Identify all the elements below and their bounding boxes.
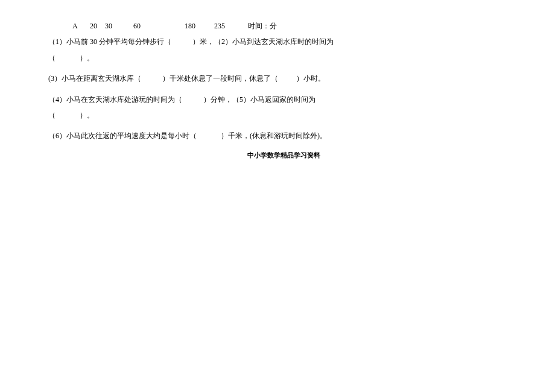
q1b-open: （ bbox=[48, 54, 56, 62]
axis-line: A 20 30 60 180 235 时间：分 bbox=[48, 18, 519, 34]
axis-unit: 时间：分 bbox=[248, 22, 277, 30]
question-1-line1: （1）小马前 30 分钟平均每分钟步行（）米，（2）小马到达玄天湖水库时的时间为 bbox=[48, 34, 519, 49]
q3-a: (3）小马在距离玄天湖水库（ bbox=[48, 74, 141, 83]
q6-b: ）千米，(休息和游玩时间除外)。 bbox=[221, 131, 327, 140]
q4b-close: ）。 bbox=[80, 111, 94, 119]
question-3: (3）小马在距离玄天湖水库（）千米处休息了一段时间，休息了（）小时。 bbox=[48, 71, 519, 86]
q3-b: ）千米处休息了一段时间，休息了（ bbox=[162, 74, 278, 83]
question-4-line2: （）。 bbox=[48, 107, 519, 123]
axis-label-a: A bbox=[72, 22, 77, 30]
footer-text: 中小学数学精品学习资料 bbox=[48, 148, 519, 162]
document-content: A 20 30 60 180 235 时间：分 （1）小马前 30 分钟平均每分… bbox=[0, 0, 555, 162]
q4b-open: （ bbox=[48, 111, 56, 119]
axis-val-2: 30 bbox=[105, 22, 112, 30]
q1-after1: ）米，（2）小马到达玄天湖水库时的时间为 bbox=[192, 37, 334, 46]
q1b-close: ）。 bbox=[80, 54, 94, 62]
q4-a: （4）小马在玄天湖水库处游玩的时间为（ bbox=[48, 95, 182, 104]
axis-val-1: 20 bbox=[90, 22, 97, 30]
q6-a: （6）小马此次往返的平均速度大约是每小时（ bbox=[48, 131, 197, 140]
axis-val-3: 60 bbox=[133, 22, 141, 30]
q4-b: ）分钟，（5）小马返回家的时间为 bbox=[203, 95, 316, 104]
question-1-line2: （）。 bbox=[48, 50, 519, 66]
question-4: （4）小马在玄天湖水库处游玩的时间为（）分钟，（5）小马返回家的时间为 bbox=[48, 92, 519, 107]
axis-val-5: 235 bbox=[214, 22, 225, 30]
q1-prefix: （1）小马前 30 分钟平均每分钟步行（ bbox=[48, 37, 171, 46]
axis-val-4: 180 bbox=[185, 22, 195, 30]
question-6: （6）小马此次往返的平均速度大约是每小时（）千米，(休息和游玩时间除外)。 bbox=[48, 128, 519, 144]
q3-c: ）小时。 bbox=[296, 74, 325, 83]
